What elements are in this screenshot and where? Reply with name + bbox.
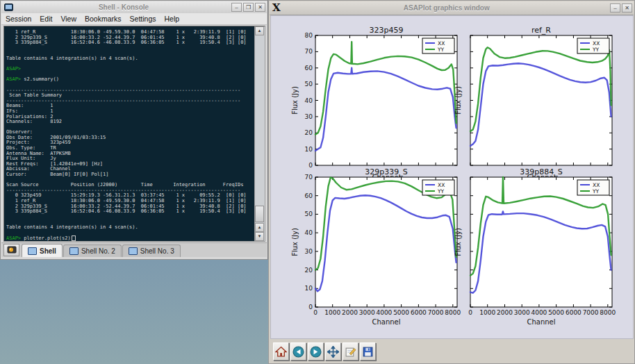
home-button[interactable]: [273, 342, 289, 361]
subplot-323p459: 01020304050607080XXYYChannelFlux (Jy)323…: [291, 26, 457, 181]
terminal-line: ASAP> plotter.plot(s2): [6, 235, 254, 241]
terminal-output[interactable]: 1 ref_R 18:30:06.0 -49.59.30.0 04:47:58 …: [6, 30, 254, 241]
svg-text:339p884_S: 339p884_S: [520, 167, 562, 176]
menu-item-edit[interactable]: Edit: [35, 15, 56, 23]
plot-close-button[interactable]: ✕: [622, 3, 632, 13]
svg-text:10: 10: [305, 146, 313, 153]
svg-text:0: 0: [313, 309, 318, 316]
svg-text:60: 60: [305, 192, 313, 199]
svg-text:ref_R: ref_R: [531, 26, 551, 35]
svg-text:XX: XX: [593, 182, 600, 188]
svg-text:Flux (Jy): Flux (Jy): [291, 86, 299, 115]
scroll-thumb[interactable]: [255, 206, 264, 222]
svg-text:6000: 6000: [411, 309, 427, 316]
svg-text:50: 50: [305, 81, 313, 88]
tab-shell-no-2[interactable]: Shell No. 2: [63, 245, 122, 257]
save-icon: [362, 346, 374, 358]
forward-icon: [310, 346, 322, 358]
terminal-line: 3 339p884_S 16:52:04.6 -46.08.33.9 06:36…: [6, 40, 254, 46]
subplot-339p884_S: 010002000300040005000600070008000XXYYCha…: [454, 167, 616, 326]
svg-text:7000: 7000: [583, 309, 599, 316]
menu-item-help[interactable]: Help: [160, 15, 184, 23]
scroll-up-icon[interactable]: ▲: [255, 26, 264, 35]
svg-text:Flux (Jy): Flux (Jy): [454, 86, 462, 115]
edit-subplots-icon: [345, 346, 356, 358]
tab-shell[interactable]: Shell: [22, 244, 63, 257]
back-button[interactable]: [290, 342, 306, 361]
svg-text:Channel: Channel: [372, 318, 400, 326]
forward-button[interactable]: [308, 342, 324, 361]
svg-text:329p339_S: 329p339_S: [365, 167, 407, 176]
terminal-line: ASAP>: [6, 67, 254, 72]
pan-button[interactable]: [325, 342, 341, 361]
svg-text:20: 20: [305, 129, 313, 136]
terminal-minimize-button[interactable]: –: [231, 3, 242, 12]
terminal-line: [6, 46, 254, 51]
svg-text:10: 10: [305, 285, 313, 292]
scroll-down-icon[interactable]: ▼: [255, 232, 264, 241]
svg-text:7000: 7000: [428, 309, 444, 316]
svg-text:6000: 6000: [566, 309, 582, 316]
svg-text:323p459: 323p459: [370, 26, 404, 35]
svg-text:40: 40: [305, 97, 313, 104]
svg-text:0: 0: [468, 309, 472, 316]
menu-item-session[interactable]: Session: [1, 15, 35, 23]
terminal-maximize-button[interactable]: ❒: [243, 3, 254, 12]
plot-window-title: ASAPlot graphics window: [283, 4, 610, 12]
plot-window: X ASAPlot graphics window –✕ 01020304050…: [268, 0, 635, 364]
tab-shell-no-3[interactable]: Shell No. 3: [122, 245, 181, 257]
terminal-line: [6, 215, 254, 220]
terminal-view[interactable]: 1 ref_R 18:30:06.0 -49.59.30.0 04:47:58 …: [3, 26, 265, 242]
window-title: Shell - Konsole: [16, 3, 231, 11]
save-button[interactable]: [360, 342, 376, 361]
terminal-scrollbar[interactable]: ▲ ▲ ▼: [254, 26, 265, 241]
plot-titlebar[interactable]: X ASAPlot graphics window –✕: [270, 1, 634, 15]
terminal-screen-icon: [129, 247, 138, 255]
svg-text:1000: 1000: [479, 309, 495, 316]
svg-text:XX: XX: [593, 40, 600, 47]
terminal-screen-icon: [69, 247, 79, 255]
svg-text:20: 20: [305, 267, 313, 274]
new-session-icon: [7, 246, 17, 254]
svg-text:YY: YY: [437, 188, 445, 195]
subplots-figure: 01020304050607080XXYYChannelFlux (Jy)323…: [271, 16, 633, 338]
svg-text:XX: XX: [438, 40, 445, 47]
menu-bar: SessionEditViewBookmarksSettingsHelp: [1, 13, 267, 25]
svg-text:8000: 8000: [600, 309, 616, 316]
pan-icon: [327, 346, 339, 358]
new-session-button[interactable]: [3, 244, 19, 256]
svg-text:YY: YY: [592, 188, 600, 195]
plot-minimize-button[interactable]: –: [610, 3, 620, 13]
edit-subplots-button[interactable]: [343, 342, 358, 361]
menu-item-settings[interactable]: Settings: [126, 15, 160, 23]
svg-text:Flux (Jy): Flux (Jy): [291, 228, 299, 256]
tab-bar: ShellShell No. 2Shell No. 3: [1, 242, 267, 257]
scroll-up-icon[interactable]: ▲: [255, 223, 264, 232]
svg-text:60: 60: [305, 65, 313, 72]
menu-item-bookmarks[interactable]: Bookmarks: [81, 15, 126, 23]
figure-canvas: 01020304050607080XXYYChannelFlux (Jy)323…: [270, 15, 634, 339]
terminal-line: 3 339p884_S 16:52:04.6 -46.08.33.9 06:36…: [6, 209, 254, 215]
terminal-titlebar[interactable]: Shell - Konsole –❒✕: [1, 1, 267, 14]
svg-text:2000: 2000: [497, 309, 513, 316]
terminal-line: [6, 231, 254, 236]
svg-text:50: 50: [305, 210, 313, 217]
svg-text:1000: 1000: [324, 309, 340, 316]
terminal-screen-icon: [28, 247, 37, 255]
svg-text:XX: XX: [438, 182, 445, 188]
svg-text:4000: 4000: [531, 309, 547, 316]
terminal-line: Table contains 4 integration(s) in 4 sca…: [6, 225, 254, 231]
svg-text:70: 70: [305, 48, 313, 55]
subplot-ref_R: XXYYChannelFlux (Jy)ref_R: [454, 26, 612, 181]
terminal-close-button[interactable]: ✕: [255, 3, 265, 12]
svg-text:30: 30: [305, 113, 313, 120]
menu-item-view[interactable]: View: [56, 15, 81, 23]
x11-logo-icon: X: [270, 2, 283, 14]
back-icon: [292, 346, 304, 358]
subplot-329p339_S: 0100020003000400050006000700080000102030…: [291, 167, 461, 326]
svg-text:Channel: Channel: [527, 318, 555, 326]
svg-text:0: 0: [308, 304, 313, 311]
svg-text:0: 0: [308, 162, 313, 169]
svg-text:30: 30: [305, 248, 313, 255]
terminal-line: ASAP> s2.summary(): [6, 77, 254, 83]
